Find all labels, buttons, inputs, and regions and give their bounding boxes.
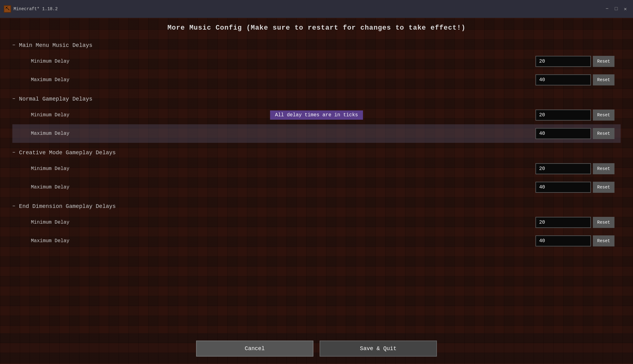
- config-row-main-min: Minimum DelayReset: [12, 52, 621, 71]
- value-input-main-max[interactable]: [535, 74, 591, 85]
- row-label-end-min: Minimum Delay: [31, 220, 535, 225]
- value-input-normal-min[interactable]: [535, 110, 591, 121]
- section-label-creative-mode: Creative Mode Gameplay Delays: [19, 150, 116, 156]
- row-controls-main-min: Reset: [535, 56, 614, 67]
- page-title: More Music Config (Make sure to restart …: [12, 24, 621, 32]
- reset-btn-normal-min[interactable]: Reset: [593, 110, 614, 121]
- collapse-btn-main-menu[interactable]: −: [12, 43, 15, 48]
- row-label-normal-min: Minimum Delay: [31, 112, 535, 118]
- config-row-creative-min: Minimum DelayReset: [12, 159, 621, 178]
- row-controls-normal-min: Reset: [535, 110, 614, 121]
- reset-btn-creative-min[interactable]: Reset: [593, 163, 614, 174]
- reset-btn-main-min[interactable]: Reset: [593, 56, 614, 67]
- row-controls-end-max: Reset: [535, 235, 614, 246]
- config-row-normal-max: Maximum DelayReset: [12, 124, 621, 143]
- row-controls-normal-max: Reset: [535, 128, 614, 139]
- row-controls-main-max: Reset: [535, 74, 614, 85]
- row-label-normal-max: Maximum Delay: [31, 131, 535, 136]
- section-header-main-menu: −Main Menu Music Delays: [12, 41, 621, 50]
- section-header-normal-gameplay: −Normal Gameplay Delays: [12, 95, 621, 103]
- config-row-creative-max: Maximum DelayReset: [12, 178, 621, 196]
- section-label-end-dimension: End Dimension Gameplay Delays: [19, 203, 116, 209]
- section-header-creative-mode: −Creative Mode Gameplay Delays: [12, 148, 621, 157]
- sections-container: −Main Menu Music DelaysMinimum DelayRese…: [12, 41, 621, 250]
- row-controls-creative-max: Reset: [535, 182, 614, 193]
- value-input-creative-min[interactable]: [535, 163, 591, 174]
- row-controls-end-min: Reset: [535, 217, 614, 228]
- reset-btn-normal-max[interactable]: Reset: [593, 128, 614, 139]
- section-header-end-dimension: −End Dimension Gameplay Delays: [12, 202, 621, 211]
- reset-btn-end-max[interactable]: Reset: [593, 235, 614, 246]
- title-bar: ⛏ Minecraft* 1.18.2 − □ ✕: [0, 0, 633, 18]
- title-bar-controls: − □ ✕: [603, 5, 629, 13]
- row-label-end-max: Maximum Delay: [31, 238, 535, 244]
- reset-btn-main-max[interactable]: Reset: [593, 74, 614, 85]
- value-input-main-min[interactable]: [535, 56, 591, 67]
- save-quit-button[interactable]: Save & Quit: [320, 341, 437, 357]
- reset-btn-creative-max[interactable]: Reset: [593, 182, 614, 193]
- config-row-main-max: Maximum DelayReset: [12, 71, 621, 89]
- app-icon: ⛏: [4, 5, 11, 13]
- cancel-button[interactable]: Cancel: [196, 341, 313, 357]
- close-button[interactable]: ✕: [621, 5, 629, 13]
- value-input-creative-max[interactable]: [535, 182, 591, 193]
- value-input-end-min[interactable]: [535, 217, 591, 228]
- section-label-main-menu: Main Menu Music Delays: [19, 42, 93, 48]
- main-content: More Music Config (Make sure to restart …: [0, 18, 633, 333]
- config-row-normal-min: Minimum DelayAll delay times are in tick…: [12, 106, 621, 124]
- collapse-btn-end-dimension[interactable]: −: [12, 204, 15, 209]
- config-row-end-max: Maximum DelayReset: [12, 232, 621, 250]
- title-bar-left: ⛏ Minecraft* 1.18.2: [4, 5, 58, 13]
- reset-btn-end-min[interactable]: Reset: [593, 217, 614, 228]
- row-label-creative-max: Maximum Delay: [31, 184, 535, 190]
- section-label-normal-gameplay: Normal Gameplay Delays: [19, 96, 93, 102]
- minimize-button[interactable]: −: [603, 5, 611, 13]
- value-input-end-max[interactable]: [535, 235, 591, 246]
- config-row-end-min: Minimum DelayReset: [12, 213, 621, 232]
- value-input-normal-max[interactable]: [535, 128, 591, 139]
- row-label-main-max: Maximum Delay: [31, 77, 535, 83]
- row-label-main-min: Minimum Delay: [31, 59, 535, 64]
- collapse-btn-normal-gameplay[interactable]: −: [12, 96, 15, 102]
- row-controls-creative-min: Reset: [535, 163, 614, 174]
- row-label-creative-min: Minimum Delay: [31, 166, 535, 172]
- bottom-bar: Cancel Save & Quit: [0, 333, 633, 364]
- collapse-btn-creative-mode[interactable]: −: [12, 150, 15, 155]
- restore-button[interactable]: □: [612, 5, 620, 13]
- title-bar-title: Minecraft* 1.18.2: [14, 6, 58, 11]
